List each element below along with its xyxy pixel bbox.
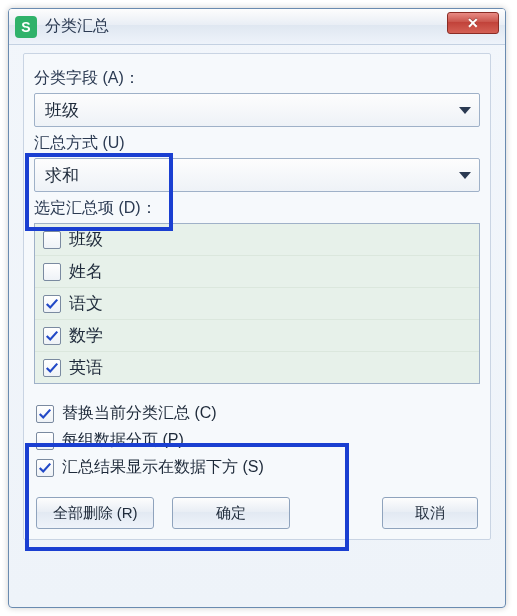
list-item[interactable]: 数学 bbox=[35, 320, 479, 352]
option-row[interactable]: 每组数据分页 (P) bbox=[36, 427, 478, 454]
dialog-body: 分类字段 (A)： 班级 汇总方式 (U) 求和 选定汇总项 (D)： 班级 bbox=[9, 45, 505, 550]
checkbox[interactable] bbox=[43, 327, 61, 345]
list-item-label: 姓名 bbox=[69, 260, 103, 283]
checkbox[interactable] bbox=[43, 231, 61, 249]
list-item-label: 班级 bbox=[69, 228, 103, 251]
cancel-button[interactable]: 取消 bbox=[382, 497, 478, 529]
ok-button[interactable]: 确定 bbox=[172, 497, 290, 529]
window-title: 分类汇总 bbox=[45, 16, 109, 37]
list-item-label: 语文 bbox=[69, 292, 103, 315]
checkmark-icon bbox=[38, 407, 52, 421]
checkbox[interactable] bbox=[43, 359, 61, 377]
checkbox[interactable] bbox=[43, 263, 61, 281]
options-section: 替换当前分类汇总 (C) 每组数据分页 (P) 汇总结果显示在数据下方 (S) bbox=[34, 396, 480, 487]
category-field-value: 班级 bbox=[45, 99, 79, 122]
list-item[interactable]: 语文 bbox=[35, 288, 479, 320]
category-field-label: 分类字段 (A)： bbox=[34, 68, 480, 89]
summary-method-value: 求和 bbox=[45, 164, 79, 187]
dialog-group: 分类字段 (A)： 班级 汇总方式 (U) 求和 选定汇总项 (D)： 班级 bbox=[23, 53, 491, 540]
chevron-down-icon bbox=[459, 107, 471, 114]
summary-items-listbox[interactable]: 班级 姓名 语文 数学 bbox=[34, 223, 480, 384]
app-icon: S bbox=[15, 16, 37, 38]
summary-method-combo[interactable]: 求和 bbox=[34, 158, 480, 192]
checkmark-icon bbox=[45, 361, 59, 375]
chevron-down-icon bbox=[459, 172, 471, 179]
button-label: 确定 bbox=[216, 504, 246, 523]
option-row[interactable]: 汇总结果显示在数据下方 (S) bbox=[36, 454, 478, 481]
titlebar[interactable]: S 分类汇总 ✕ bbox=[9, 9, 505, 45]
summary-items-label: 选定汇总项 (D)： bbox=[34, 198, 480, 219]
list-item[interactable]: 姓名 bbox=[35, 256, 479, 288]
checkbox[interactable] bbox=[36, 432, 54, 450]
checkmark-icon bbox=[45, 297, 59, 311]
list-item-label: 英语 bbox=[69, 356, 103, 379]
dialog-window: S 分类汇总 ✕ 分类字段 (A)： 班级 汇总方式 (U) 求和 选定汇总项 … bbox=[8, 8, 506, 608]
checkmark-icon bbox=[45, 329, 59, 343]
list-item[interactable]: 班级 bbox=[35, 224, 479, 256]
close-button[interactable]: ✕ bbox=[447, 12, 499, 34]
list-item-label: 数学 bbox=[69, 324, 103, 347]
option-row[interactable]: 替换当前分类汇总 (C) bbox=[36, 400, 478, 427]
option-label: 汇总结果显示在数据下方 (S) bbox=[62, 457, 264, 478]
category-field-combo[interactable]: 班级 bbox=[34, 93, 480, 127]
option-label: 每组数据分页 (P) bbox=[62, 430, 184, 451]
close-icon: ✕ bbox=[467, 15, 479, 31]
list-item[interactable]: 英语 bbox=[35, 352, 479, 383]
summary-method-label: 汇总方式 (U) bbox=[34, 133, 480, 154]
delete-all-button[interactable]: 全部删除 (R) bbox=[36, 497, 154, 529]
option-label: 替换当前分类汇总 (C) bbox=[62, 403, 217, 424]
checkmark-icon bbox=[38, 461, 52, 475]
button-row: 全部删除 (R) 确定 取消 bbox=[34, 497, 480, 529]
button-label: 全部删除 (R) bbox=[53, 504, 138, 523]
app-icon-letter: S bbox=[21, 19, 30, 35]
checkbox[interactable] bbox=[43, 295, 61, 313]
button-label: 取消 bbox=[415, 504, 445, 523]
checkbox[interactable] bbox=[36, 405, 54, 423]
checkbox[interactable] bbox=[36, 459, 54, 477]
